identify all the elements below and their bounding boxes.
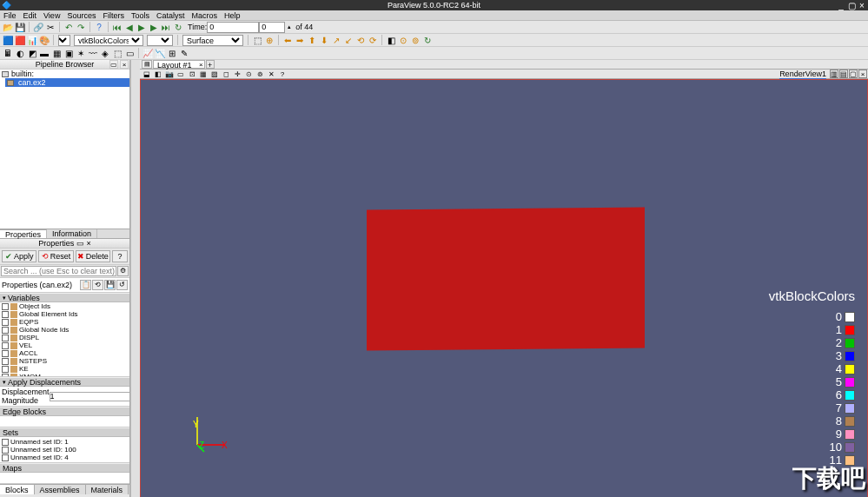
slice-icon[interactable]: ▬ — [38, 47, 50, 59]
variable-row[interactable]: EQPS — [0, 318, 129, 326]
tab-information[interactable]: Information — [47, 229, 97, 238]
toggle-axes-icon[interactable]: ◧ — [385, 34, 397, 46]
warp-icon[interactable]: ◈ — [99, 47, 111, 59]
copy-icon[interactable]: 📋 — [80, 280, 91, 290]
variable-row[interactable]: Global Element Ids — [0, 310, 129, 318]
checkbox-icon[interactable] — [2, 366, 9, 373]
checkbox-icon[interactable] — [2, 327, 9, 334]
variables-header[interactable]: ▾Variables — [0, 293, 129, 302]
variable-row[interactable]: KE — [0, 365, 129, 373]
camera-nz-icon[interactable]: ↙ — [342, 34, 354, 46]
group-icon[interactable]: ⬚ — [111, 47, 123, 59]
representation-select[interactable]: Surface — [182, 35, 243, 46]
extract-sel-icon[interactable]: ▭ — [123, 47, 136, 59]
checkbox-icon[interactable] — [2, 350, 9, 357]
camera-link-icon[interactable]: 📷 — [164, 70, 175, 78]
select-points-through-icon[interactable]: ▨ — [209, 70, 220, 78]
left-panel-scrollbar[interactable] — [130, 60, 140, 497]
pipeline-item-can[interactable]: can.ex2 — [5, 78, 129, 87]
menu-tools[interactable]: Tools — [131, 11, 149, 20]
checkbox-icon[interactable] — [2, 319, 9, 326]
close-tab-icon[interactable]: × — [199, 61, 203, 69]
variable-row[interactable]: VEL — [0, 341, 129, 349]
undo-icon[interactable]: ↶ — [63, 21, 75, 33]
hover-point-icon[interactable]: ⊙ — [243, 70, 254, 78]
redo-icon[interactable]: ↷ — [75, 21, 87, 33]
delete-button[interactable]: ✖Delete — [76, 250, 110, 262]
visibility-icon[interactable] — [7, 80, 14, 86]
color-map-icon[interactable]: 🟥 — [14, 34, 26, 46]
reset-prop-icon[interactable]: ⟲ — [92, 280, 103, 290]
render-view[interactable]: Y Z X vtkBlockColors 01234567891011 下载吧 — [140, 79, 868, 497]
menu-help[interactable]: Help — [224, 11, 241, 20]
sets-list[interactable]: Unnamed set ID: 1Unnamed set ID: 100Unna… — [0, 437, 129, 462]
minimize-button[interactable]: _ — [837, 1, 845, 10]
refresh-icon[interactable]: ↻ — [421, 34, 434, 46]
apply-button[interactable]: ✔Apply — [2, 250, 36, 262]
tab-properties[interactable]: Properties — [0, 229, 47, 238]
hover-cell-icon[interactable]: ⊚ — [255, 70, 265, 78]
camera-nx-icon[interactable]: ➡ — [294, 34, 306, 46]
set-row[interactable]: Unnamed set ID: 100 — [2, 446, 128, 454]
menu-sources[interactable]: Sources — [67, 11, 96, 20]
checkbox-icon[interactable] — [2, 342, 9, 349]
checkbox-icon[interactable] — [2, 454, 9, 461]
maps-header[interactable]: Maps — [0, 463, 129, 473]
help-button[interactable]: ? — [112, 250, 128, 262]
menu-catalyst[interactable]: Catalyst — [156, 11, 185, 20]
time-input[interactable] — [207, 22, 259, 33]
stream-icon[interactable]: 〰 — [87, 47, 99, 59]
reset-camera-icon[interactable]: ⊕ — [263, 34, 275, 46]
variable-row[interactable]: XMOM — [0, 373, 129, 376]
layout-options-icon[interactable]: ▤ — [142, 60, 152, 69]
menu-filters[interactable]: Filters — [103, 11, 124, 20]
calculator-icon[interactable]: 🖩 — [2, 47, 14, 59]
variable-row[interactable]: Global Node Ids — [0, 326, 129, 334]
xy-plot-icon[interactable]: 📈 — [142, 47, 154, 59]
help-icon[interactable]: ? — [93, 21, 105, 33]
frame-input[interactable] — [259, 22, 285, 33]
extract-icon[interactable]: ▣ — [63, 47, 75, 59]
spreadsheet-icon[interactable]: ⊞ — [166, 47, 178, 59]
reset-camera-x-icon[interactable]: ⬚ — [251, 34, 263, 46]
tab-assemblies[interactable]: Assemblies — [35, 485, 86, 494]
loop-icon[interactable]: ↻ — [172, 21, 184, 33]
restore-prop-icon[interactable]: ↺ — [116, 280, 128, 290]
connect-icon[interactable]: 🔗 — [32, 21, 44, 33]
advanced-toggle-icon[interactable]: ⚙ — [117, 266, 129, 276]
variable-row[interactable]: Object Ids — [0, 302, 129, 310]
camera-pz-icon[interactable]: ↗ — [330, 34, 342, 46]
camera-px-icon[interactable]: ⬅ — [282, 34, 294, 46]
menu-edit[interactable]: Edit — [23, 11, 37, 20]
maximize-view-icon[interactable]: ▢ — [849, 70, 858, 78]
variable-row[interactable]: ACCL — [0, 349, 129, 357]
add-layout-icon[interactable]: + — [206, 60, 215, 69]
menu-macros[interactable]: Macros — [191, 11, 217, 20]
ruler2-icon[interactable]: ⊚ — [409, 34, 421, 46]
split-h2-icon[interactable]: ▥ — [830, 70, 838, 78]
camera-py-icon[interactable]: ⬆ — [306, 34, 318, 46]
variable-row[interactable]: DISPL — [0, 334, 129, 341]
apply-displacements-header[interactable]: ▾Apply Displacements — [0, 377, 129, 387]
first-frame-icon[interactable]: ⏮ — [111, 21, 123, 33]
edit-color-icon[interactable]: 🎨 — [38, 34, 50, 46]
interactive-select-icon[interactable]: ✛ — [232, 70, 242, 78]
pipeline-browser[interactable]: builtin: can.ex2 — [0, 70, 129, 229]
component-select[interactable] — [58, 35, 70, 46]
variables-list[interactable]: Object IdsGlobal Element IdsEQPSGlobal N… — [0, 302, 129, 376]
renderview-label[interactable]: RenderView1 — [779, 70, 826, 79]
threshold-icon[interactable]: ▦ — [50, 47, 63, 59]
frame-spinner-icon[interactable]: ▴ — [285, 21, 294, 33]
toggle-2d-icon[interactable]: ? — [277, 70, 288, 78]
solid-color-icon[interactable]: 🟦 — [2, 34, 14, 46]
tab-blocks[interactable]: Blocks — [0, 485, 35, 494]
displacement-input[interactable] — [50, 392, 129, 401]
edge-blocks-header[interactable]: Edge Blocks — [0, 407, 129, 416]
checkbox-icon[interactable] — [2, 358, 9, 365]
close-view-icon[interactable]: × — [858, 70, 867, 78]
checkbox-icon[interactable] — [2, 439, 9, 446]
checkbox-icon[interactable] — [2, 447, 9, 454]
save-prop-icon[interactable]: 💾 — [104, 280, 116, 290]
close-button[interactable]: × — [858, 1, 866, 10]
save-icon[interactable]: 💾 — [14, 21, 26, 33]
